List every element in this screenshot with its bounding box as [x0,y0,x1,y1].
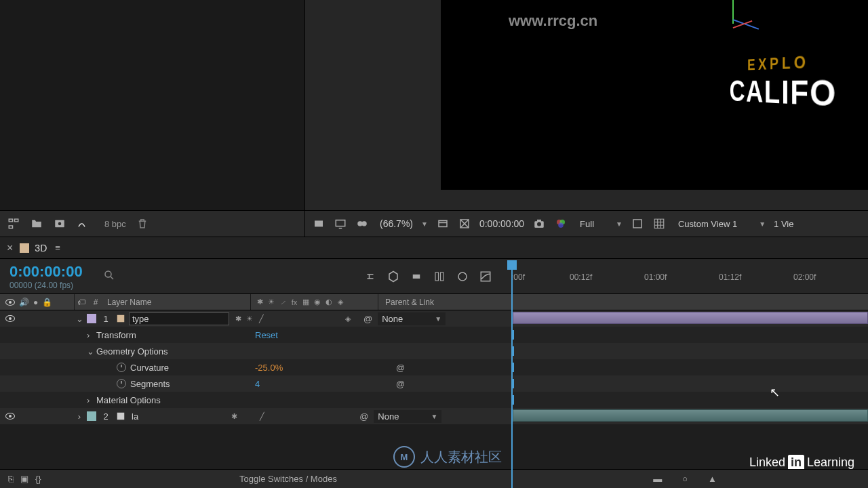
resolution-chevron-icon[interactable]: ▼ [616,220,623,228]
roi-icon[interactable] [631,217,644,230]
graph-editor-icon[interactable] [479,270,492,283]
zoom-out-icon[interactable]: ▬ [653,474,662,484]
layer-1-collapse-toggle[interactable]: ⌄ [75,314,84,324]
view-mode-dropdown[interactable]: Custom View 1 [674,218,751,230]
switch-adjustment-icon: ◐ [324,298,334,307]
comp-settings-icon[interactable] [53,217,66,230]
search-icon[interactable] [103,269,115,283]
project-flow-icon[interactable] [7,217,20,230]
layer-1-pickwhip-icon[interactable]: @ [363,314,372,324]
audio-column-icon[interactable]: 🔊 [19,298,29,307]
segments-value[interactable]: 4 [255,379,260,389]
3d-text-layer[interactable]: EXPLO CALIFO [730,49,837,115]
bpc-label[interactable]: 8 bpc [104,219,126,229]
zoom-chevron-icon[interactable]: ▼ [421,220,428,228]
transform-reset-button[interactable]: Reset [255,330,278,340]
segments-expression-icon[interactable]: @ [396,379,405,389]
layer-2-collapse-toggle[interactable]: › [75,411,84,422]
visibility-column-icon[interactable] [5,299,15,306]
trash-icon[interactable] [136,217,149,230]
bottom-icon-2[interactable]: ▣ [20,474,28,484]
grid-icon[interactable] [652,217,666,230]
toggle-alpha-icon[interactable] [312,217,326,230]
shy-icon[interactable] [410,270,423,283]
ruler-tick-2: 01:00f [644,272,667,282]
layer-1-name-input[interactable] [129,312,229,325]
current-timecode[interactable]: 0:00:00:00 [9,263,83,281]
svg-point-4 [58,222,62,226]
frame-blend-icon[interactable] [433,270,446,283]
layer-1-parent-dropdown[interactable]: None▼ [378,312,446,325]
svg-rect-18 [654,219,664,228]
precomp-icon [115,313,126,324]
geometry-collapse-toggle[interactable]: ⌄ [87,346,96,357]
layer-name-column-header: Layer Name [103,294,251,310]
curvature-value[interactable]: -25.0% [255,363,283,373]
solo-column-icon[interactable]: ● [33,298,38,307]
switch-diagonal-icon: ⟋ [278,298,288,307]
resolution-icon[interactable] [436,217,450,230]
color-channels-icon[interactable] [554,217,568,230]
svg-rect-1 [15,219,18,222]
snapshot-icon[interactable] [532,217,546,230]
svg-rect-6 [336,220,345,226]
text-line-2: CALIFO [730,72,837,115]
layer-2-parent-dropdown[interactable]: None▼ [374,410,441,423]
tab-close-button[interactable]: × [7,242,13,254]
bottom-icon-3[interactable]: {} [35,474,41,484]
layer-1-switch-3[interactable]: ╱ [256,314,266,323]
adjustment-icon[interactable] [76,217,90,230]
viewer-timecode[interactable]: 0:00:00:00 [479,218,524,229]
layer-1-duration-bar[interactable] [513,312,868,324]
label-column-icon[interactable]: 🏷 [75,294,88,310]
layer-1-switch-1[interactable]: ✱ [233,314,243,323]
layer-2-duration-bar[interactable] [513,409,868,422]
view-count-label[interactable]: 1 Vie [774,219,793,229]
lock-column-icon[interactable]: 🔒 [42,298,52,307]
view-chevron-icon[interactable]: ▼ [759,220,766,228]
composition-viewer[interactable]: www.rrcg.cn EXPLO CALIFO [305,0,868,210]
segments-stopwatch[interactable] [117,379,126,388]
svg-rect-24 [481,272,490,281]
time-ruler[interactable]: :00f 00:12f 01:00f 01:12f 02:00f [502,259,868,293]
zoom-percentage[interactable]: (66.7%) [380,218,413,229]
layer-1-label-color[interactable] [87,314,96,323]
ruler-tick-0: :00f [511,272,525,282]
layer-1-3d-switch[interactable]: ◈ [343,314,353,323]
material-collapse-toggle[interactable]: › [87,395,96,405]
panel-menu-icon[interactable]: ≡ [55,243,60,253]
layer-2-label-color[interactable] [87,411,96,421]
switch-fx-icon: fx [290,298,299,307]
curvature-stopwatch[interactable] [117,363,126,372]
layer-2-switch-3[interactable]: ╱ [257,411,267,421]
layer-2-name[interactable]: la [129,411,138,422]
monitor-icon[interactable] [334,217,347,230]
svg-point-23 [458,272,467,281]
layer-2-switch-1[interactable]: ✱ [229,411,239,421]
motion-blur-icon[interactable] [456,270,469,283]
draft3d-toggle-icon[interactable] [387,270,400,283]
geometry-options-label: Geometry Options [96,346,168,357]
toggle-switches-button[interactable]: Toggle Switches / Modes [75,474,502,484]
curvature-expression-icon[interactable]: @ [396,363,405,373]
layer-2-visibility-toggle[interactable] [5,413,15,420]
curvature-label: Curvature [130,363,169,373]
number-column-header: # [88,294,103,310]
comp-mini-flowchart-icon[interactable] [363,270,377,283]
layer-1-visibility-toggle[interactable] [5,315,15,322]
bottom-icon-1[interactable]: ⎘ [8,474,14,484]
folder-icon[interactable] [30,217,43,230]
layer-1-switch-2[interactable]: ☀ [245,314,254,323]
switch-asterisk-icon: ✱ [255,298,264,307]
zoom-slider-handle[interactable]: ○ [682,474,688,484]
segments-label: Segments [130,379,170,389]
zoom-in-icon[interactable]: ▲ [708,474,717,484]
draft3d-icon[interactable] [355,217,369,230]
tab-name[interactable]: 3D [35,243,47,253]
transform-collapse-toggle[interactable]: › [87,330,96,340]
transparency-grid-icon[interactable] [458,217,471,230]
svg-rect-9 [439,221,447,227]
svg-rect-22 [441,272,444,281]
resolution-dropdown[interactable]: Full [576,218,608,230]
layer-2-pickwhip-icon[interactable]: @ [359,411,368,422]
